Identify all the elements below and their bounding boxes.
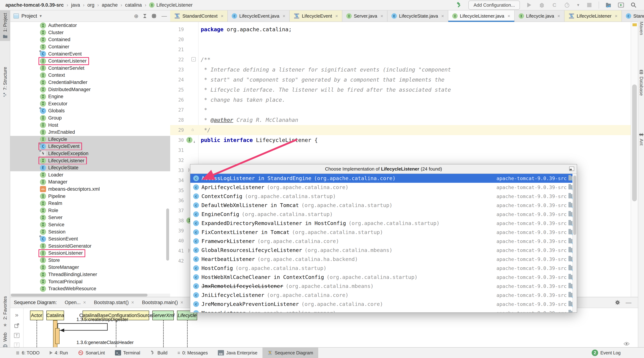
popup-item-jrememoryleakpreventionlistener[interactable]: cJreMemoryLeakPreventionListener(org.apa… <box>190 300 577 309</box>
tree-item-sessionevent[interactable]: CSessionEvent <box>10 235 170 243</box>
breadcrumb-segment[interactable]: java <box>71 2 80 8</box>
export-text-alt-icon[interactable]: T <box>14 343 20 348</box>
status-item-build[interactable]: Build <box>145 348 172 358</box>
eye-icon[interactable] <box>624 342 630 346</box>
tree-item-authenticator[interactable]: IAuthenticator <box>10 22 170 29</box>
participant-actor[interactable]: Actor <box>30 311 43 320</box>
tree-item-lifecycleexception[interactable]: ϟLifecycleException <box>10 150 170 157</box>
close-icon[interactable]: × <box>282 13 285 19</box>
popup-item-expandeddirectoryremovallistener[interactable]: cExpandedDirectoryRemovalListener in Hos… <box>190 219 577 228</box>
tab-lifecycleevent-java[interactable]: CLifecycleEvent.java× <box>228 10 290 21</box>
profiler-dropdown-icon[interactable]: ▼ <box>576 3 580 7</box>
tree-item-distributedmanager[interactable]: IDistributedManager <box>10 86 170 93</box>
fold-icon[interactable]: - <box>192 57 196 61</box>
sequence-tab-2[interactable]: Bootstrap.main()× <box>142 300 183 305</box>
popup-item-engineconfig[interactable]: cEngineConfig(org.apache.catalina.startu… <box>190 210 577 219</box>
search-everywhere-icon[interactable] <box>630 2 637 8</box>
popup-item-heartbeatlistener[interactable]: cHeartbeatListener(org.apache.catalina.h… <box>190 255 577 264</box>
tree-item-session[interactable]: ISession <box>10 228 170 235</box>
tree-item-group[interactable]: IGroup <box>10 114 170 122</box>
tree-item-threadbindinglistener[interactable]: IThreadBindingListener <box>10 271 170 278</box>
tab-server-java[interactable]: IServer.java× <box>342 10 388 21</box>
close-icon[interactable]: × <box>380 13 383 19</box>
tree-item-engine[interactable]: IEngine <box>10 93 170 100</box>
event-log[interactable]: 2 Event Log <box>592 350 644 356</box>
sidebar-item-structure[interactable]: 7: Structure <box>0 64 10 99</box>
locate-file-icon[interactable]: ⊕ <box>134 13 138 19</box>
tree-item-contained[interactable]: IContained <box>10 36 170 43</box>
project-panel-title[interactable]: Project <box>22 13 37 19</box>
popup-scrollbar[interactable] <box>572 174 577 312</box>
add-configuration-button[interactable]: Add Configuration... <box>468 0 520 10</box>
tab-standardcontext[interactable]: ⇅StandardContext× <box>170 10 228 21</box>
close-icon[interactable]: × <box>615 13 618 19</box>
tab-lifecyclelistener[interactable]: ⇅LifecycleListener× <box>564 10 622 21</box>
run-anything-icon[interactable] <box>618 2 624 8</box>
tree-item-executor[interactable]: IExecutor <box>10 100 170 107</box>
debug-bug-icon[interactable] <box>538 2 545 8</box>
popup-scrollbar-thumb[interactable] <box>573 176 576 235</box>
gear-icon[interactable] <box>615 300 620 305</box>
close-icon[interactable]: × <box>335 13 338 19</box>
tree-item-jmxenabled[interactable]: IJmxEnabled <box>10 129 170 136</box>
tree-item-containerservlet[interactable]: IContainerServlet <box>10 65 170 72</box>
tree-item-role[interactable]: IRole <box>10 207 170 214</box>
hide-panel-icon[interactable]: — <box>162 13 167 19</box>
tree-item-storemanager[interactable]: IStoreManager <box>10 264 170 271</box>
sequence-diagram-canvas[interactable]: ActorCatalinaCatalinaBaseConfigurationSo… <box>24 308 638 347</box>
export-text-icon[interactable]: T <box>14 333 20 338</box>
tab-lifecyclelistener-java[interactable]: ILifecycleListener.java× <box>448 10 514 21</box>
tree-item-trackedwebresource[interactable]: ITrackedWebResource <box>10 285 170 292</box>
tree-item-lifecycleevent[interactable]: CLifecycleEvent <box>10 143 170 150</box>
popup-item-contextconfig[interactable]: cContextConfig(org.apache.catalina.start… <box>190 192 577 201</box>
close-icon[interactable]: × <box>131 300 134 305</box>
participant-catalina[interactable]: Catalina <box>46 311 64 320</box>
tree-item-server[interactable]: IServer <box>10 214 170 221</box>
collapse-all-icon[interactable] <box>143 14 146 18</box>
tree-item-tomcatprincipal[interactable]: ITomcatPrincipal <box>10 278 170 285</box>
popup-item-frameworklistener[interactable]: cFrameworkListener(org.apache.catalina.c… <box>190 237 577 246</box>
tree-item-credentialhandler[interactable]: ICredentialHandler <box>10 79 170 86</box>
popup-item-accessloglistener[interactable]: cAccessLogListener in StandardEngine(org… <box>190 174 577 183</box>
tree-item-globals[interactable]: CGlobals <box>10 107 170 114</box>
tree-item-sessionlistener[interactable]: ISessionListener <box>10 250 170 257</box>
popup-item-hostwebxmlcachecleaner[interactable]: cHostWebXmlCacheCleaner in ContextConfig… <box>190 273 577 282</box>
close-icon[interactable]: × <box>508 13 510 19</box>
implementations-icon[interactable]: I <box>186 137 192 143</box>
popup-item-defaultwebxmllistener[interactable]: cDefaultWebXmlListener in Tomcat(org.apa… <box>190 201 577 210</box>
breadcrumb-segment[interactable]: apache-tomcat-9.0.39-src <box>6 2 64 8</box>
popup-item-jnilifecyclelistener[interactable]: cJniLifecycleListener(org.apache.catalin… <box>190 291 577 300</box>
status-item-java-enterprise[interactable]: EEJava Enterprise <box>213 348 262 358</box>
tree-item-service[interactable]: IService <box>10 221 170 228</box>
export-image-icon[interactable] <box>14 323 20 328</box>
status-item-6-todo[interactable]: ≣6: TODO <box>11 348 44 358</box>
chevron-down-icon[interactable]: ▼ <box>39 14 42 18</box>
status-item-sequence-diagram[interactable]: ⇅Sequence Diagram <box>262 348 318 358</box>
open-in-window-icon[interactable] <box>569 167 574 171</box>
close-icon[interactable]: × <box>558 13 560 19</box>
warning-stripe-mark[interactable] <box>632 23 637 26</box>
run-icon[interactable] <box>526 2 532 8</box>
profiler-icon[interactable] <box>564 2 570 8</box>
status-item-terminal[interactable]: >_Terminal <box>110 348 145 358</box>
popup-item-jmxremotelifecyclelistener[interactable]: cJmxRemoteLifecycleListener(org.apache.c… <box>190 282 577 291</box>
participant-serverxml[interactable]: ServerXml <box>152 311 174 320</box>
editor-scrollbar-thumb[interactable] <box>632 84 637 201</box>
tree-item-container[interactable]: IContainer <box>10 43 170 50</box>
status-item-sonarlint[interactable]: SonarLint <box>73 348 110 358</box>
tree-item-sessionidgenerator[interactable]: ISessionIdGenerator <box>10 242 170 250</box>
close-icon[interactable]: × <box>441 13 444 19</box>
stop-icon[interactable] <box>586 2 592 8</box>
tree-item-store[interactable]: IStore <box>10 257 170 264</box>
fold-end-icon[interactable]: ⌂ <box>192 127 194 132</box>
breadcrumb-segment[interactable]: catalina <box>125 2 142 8</box>
tree-item-containerlistener[interactable]: IContainerListener <box>10 57 170 65</box>
tab-lifecycleevent[interactable]: ⇅LifecycleEvent× <box>290 10 342 21</box>
tree-item-cluster[interactable]: ICluster <box>10 29 170 36</box>
tree-item-mbeans-descriptors-xml[interactable]: <>mbeans-descriptors.xml <box>10 186 170 193</box>
status-item-4-run[interactable]: 4: Run <box>44 348 73 358</box>
sequence-tab-1[interactable]: Bootstrap.start()× <box>94 300 134 305</box>
tree-item-context[interactable]: IContext <box>10 72 170 79</box>
popup-item-globalresourceslifecyclelistener[interactable]: cGlobalResourcesLifecycleListener(org.ap… <box>190 246 577 255</box>
tree-item-lifecyclelistener[interactable]: ILifecycleListener <box>10 157 170 164</box>
